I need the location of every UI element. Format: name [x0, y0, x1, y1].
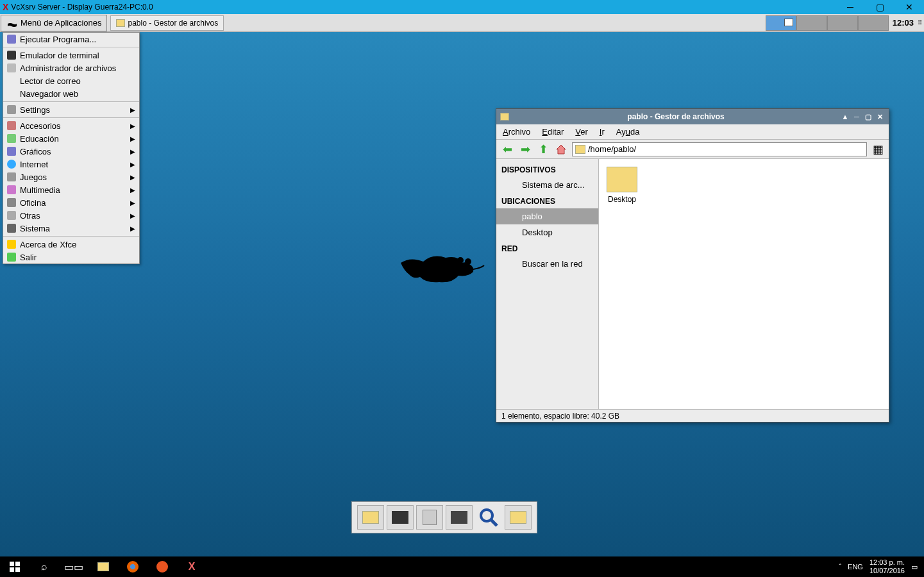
- education-icon: [7, 134, 16, 143]
- terminal-icon: [7, 51, 16, 60]
- nav-forward-button[interactable]: ➡: [518, 142, 532, 156]
- view-toggle-button[interactable]: ▦: [871, 142, 885, 156]
- menu-settings[interactable]: Settings▶: [3, 103, 139, 116]
- vcxsrv-title: VcXsrv Server - Display Guerra24-PC:0.0: [11, 3, 153, 12]
- window-minimize-button[interactable]: ─: [852, 112, 862, 122]
- folder-icon: [607, 167, 637, 192]
- sidebar-desktop[interactable]: Desktop: [496, 224, 598, 240]
- mouse-icon: [6, 19, 18, 28]
- file-manager-window: pablo - Gestor de archivos ▲ ─ ▢ ✕ Archi…: [496, 108, 889, 422]
- vcxsrv-titlebar: X VcXsrv Server - Display Guerra24-PC:0.…: [0, 0, 924, 14]
- menu-web-browser[interactable]: Navegador web: [3, 87, 139, 100]
- other-icon: [7, 211, 16, 220]
- menu-separator: [3, 236, 139, 237]
- firefox-icon: [127, 561, 139, 573]
- window-maximize-button[interactable]: ▢: [863, 112, 873, 122]
- folder-icon: [510, 511, 526, 524]
- taskbar-item-filemanager[interactable]: pablo - Gestor de archivos: [110, 15, 224, 31]
- menu-terminal[interactable]: Emulador de terminal: [3, 49, 139, 62]
- menu-office[interactable]: Oficina▶: [3, 196, 139, 209]
- workspace-2[interactable]: [796, 15, 827, 31]
- menu-education[interactable]: Educación▶: [3, 132, 139, 145]
- submenu-arrow-icon: ▶: [130, 174, 135, 181]
- folder-item-desktop[interactable]: Desktop: [607, 167, 637, 204]
- logout-icon: [7, 253, 16, 262]
- nav-home-button[interactable]: [554, 142, 568, 156]
- panel-clock[interactable]: 12:03: [889, 18, 918, 28]
- tray-clock[interactable]: 12:03 p. m. 10/07/2016: [869, 558, 905, 575]
- nav-up-button[interactable]: ⬆: [536, 142, 550, 156]
- workspace-4[interactable]: [858, 15, 889, 31]
- workspace-3[interactable]: [827, 15, 858, 31]
- menu-separator: [3, 101, 139, 102]
- taskbar-explorer[interactable]: [88, 556, 118, 577]
- drive-icon: [423, 510, 437, 525]
- tray-chevron-up-icon[interactable]: ˆ: [839, 563, 841, 571]
- path-bar[interactable]: /home/pablo/: [572, 142, 867, 156]
- dock-drives[interactable]: [416, 505, 443, 530]
- maximize-button[interactable]: ▢: [865, 0, 895, 14]
- folder-icon: [575, 145, 585, 154]
- svg-rect-5: [15, 562, 20, 566]
- menu-mail-reader[interactable]: Lector de correo: [3, 74, 139, 87]
- search-button[interactable]: ⌕: [29, 556, 59, 577]
- menu-graphics[interactable]: Gráficos▶: [3, 145, 139, 158]
- submenu-arrow-icon: ▶: [130, 148, 135, 155]
- start-button[interactable]: [0, 556, 29, 577]
- sidebar-browse-network[interactable]: Buscar en la red: [496, 256, 598, 272]
- dock-filemanager[interactable]: [357, 505, 384, 530]
- dock-terminal[interactable]: [387, 505, 414, 530]
- menu-system[interactable]: Sistema▶: [3, 222, 139, 235]
- menu-logout[interactable]: Salir: [3, 251, 139, 263]
- statusbar: 1 elemento, espacio libre: 40.2 GB: [496, 409, 889, 422]
- menu-editar[interactable]: Editar: [542, 127, 564, 137]
- folder-icon: [97, 562, 109, 571]
- svg-point-1: [465, 258, 471, 265]
- applications-menu: Ejecutar Programa... Emulador de termina…: [3, 32, 140, 264]
- toolbar: ⬅ ➡ ⬆ /home/pablo/ ▦: [496, 140, 889, 159]
- submenu-arrow-icon: ▶: [130, 122, 135, 130]
- taskbar-item-label: pablo - Gestor de archivos: [128, 19, 218, 28]
- file-view[interactable]: Desktop: [599, 159, 889, 409]
- menu-about-xfce[interactable]: Acerca de Xfce: [3, 238, 139, 251]
- close-button[interactable]: ✕: [895, 0, 924, 14]
- window-close-button[interactable]: ✕: [875, 112, 885, 122]
- submenu-arrow-icon: ▶: [130, 135, 135, 142]
- panel-handle[interactable]: ⠿: [918, 19, 924, 26]
- menu-run-program[interactable]: Ejecutar Programa...: [3, 33, 139, 46]
- menu-multimedia[interactable]: Multimedia▶: [3, 183, 139, 196]
- workspace-switcher[interactable]: [766, 15, 889, 31]
- menu-ir[interactable]: Ir: [600, 127, 605, 137]
- sidebar-filesystem[interactable]: Sistema de arc...: [496, 177, 598, 193]
- taskbar-firefox[interactable]: [118, 556, 147, 577]
- tray-time: 12:03 p. m.: [869, 558, 905, 567]
- window-pin-button[interactable]: ▲: [840, 112, 850, 122]
- dock-screenshot[interactable]: [446, 505, 473, 530]
- menu-ayuda[interactable]: Ayuda: [616, 127, 640, 137]
- sidebar-home[interactable]: pablo: [496, 208, 598, 224]
- menu-archivo[interactable]: Archivo: [503, 127, 530, 137]
- action-center-icon[interactable]: ▭: [911, 563, 918, 571]
- applications-menu-label: Menú de Aplicaciones: [21, 18, 101, 28]
- tray-language[interactable]: ENG: [848, 563, 863, 571]
- taskbar-ubuntu[interactable]: [147, 556, 177, 577]
- menu-accessories[interactable]: Accesorios▶: [3, 119, 139, 132]
- workspace-1[interactable]: [766, 15, 796, 31]
- internet-icon: [7, 160, 16, 169]
- menu-internet[interactable]: Internet▶: [3, 158, 139, 171]
- task-view-button[interactable]: ▭▭: [59, 556, 88, 577]
- window-titlebar[interactable]: pablo - Gestor de archivos ▲ ─ ▢ ✕: [496, 109, 889, 124]
- dock-search[interactable]: [475, 505, 502, 530]
- menu-other[interactable]: Otras▶: [3, 209, 139, 222]
- xfce-panel: Menú de Aplicaciones pablo - Gestor de a…: [0, 14, 924, 32]
- applications-menu-button[interactable]: Menú de Aplicaciones: [1, 15, 107, 31]
- sidebar-network-header: RED: [496, 240, 598, 256]
- menu-games[interactable]: Juegos▶: [3, 171, 139, 183]
- dock-trash[interactable]: [505, 505, 532, 530]
- menu-ver[interactable]: Ver: [575, 127, 588, 137]
- minimize-button[interactable]: ─: [836, 0, 865, 14]
- menu-file-manager[interactable]: Administrador de archivos: [3, 62, 139, 74]
- x-icon: X: [189, 561, 196, 573]
- taskbar-vcxsrv[interactable]: X: [177, 556, 206, 577]
- nav-back-button[interactable]: ⬅: [500, 142, 514, 156]
